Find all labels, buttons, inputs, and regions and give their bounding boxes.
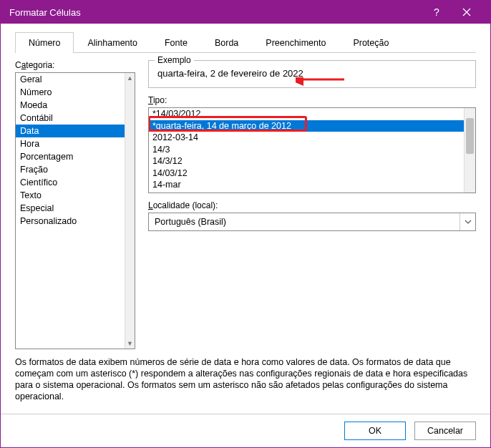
category-item[interactable]: Moeda	[16, 99, 125, 112]
cancel-button[interactable]: Cancelar	[414, 422, 476, 440]
category-column: Categoria: GeralNúmeroMoedaContábilDataH…	[15, 60, 135, 349]
tab-alinhamento[interactable]: Alinhamento	[74, 32, 151, 53]
locale-label: Localidade (local):	[148, 200, 476, 210]
category-item[interactable]: Personalizado	[16, 215, 125, 228]
dialog-content: NúmeroAlinhamentoFonteBordaPreenchimento…	[1, 24, 490, 414]
type-item[interactable]: 14/3/12	[149, 155, 464, 167]
locale-value: Português (Brasil)	[149, 217, 460, 227]
type-label: Tipo:	[148, 95, 476, 105]
tab-número[interactable]: Número	[15, 32, 74, 53]
category-scrollbar[interactable]: ▲ ▼	[125, 73, 135, 349]
chevron-down-icon[interactable]	[460, 213, 475, 230]
category-item[interactable]: Número	[16, 86, 125, 99]
category-item[interactable]: Texto	[16, 189, 125, 202]
category-list[interactable]: GeralNúmeroMoedaContábilDataHoraPorcenta…	[15, 72, 135, 349]
tab-borda[interactable]: Borda	[201, 32, 252, 53]
locale-select[interactable]: Português (Brasil)	[148, 213, 476, 231]
tab-strip: NúmeroAlinhamentoFonteBordaPreenchimento…	[15, 32, 476, 53]
type-item[interactable]: 14/3	[149, 144, 464, 156]
category-item[interactable]: Geral	[16, 73, 125, 86]
titlebar: Formatar Células ?	[1, 1, 490, 24]
close-icon	[462, 8, 471, 16]
category-item[interactable]: Especial	[16, 202, 125, 215]
type-list[interactable]: *14/03/2012*quarta-feira, 14 de março de…	[148, 107, 476, 193]
type-item[interactable]: *14/03/2012	[149, 108, 464, 120]
example-fieldset: Exemplo quarta-feira, 2 de fevereiro de …	[148, 60, 476, 88]
category-label: Categoria:	[15, 60, 135, 70]
example-legend: Exemplo	[155, 55, 194, 65]
tab-proteção[interactable]: Proteção	[339, 32, 402, 53]
description-text: Os formatos de data exibem números de sé…	[15, 356, 476, 402]
type-item[interactable]: *quarta-feira, 14 de março de 2012	[149, 120, 464, 132]
help-button[interactable]: ?	[422, 1, 452, 24]
tab-fonte[interactable]: Fonte	[151, 32, 201, 53]
scrollbar-thumb[interactable]	[466, 118, 474, 154]
type-scrollbar[interactable]	[464, 108, 475, 193]
scroll-down-icon[interactable]: ▼	[125, 339, 135, 349]
ok-button[interactable]: OK	[344, 422, 406, 440]
category-item[interactable]: Fração	[16, 163, 125, 176]
window-title: Formatar Células	[9, 7, 422, 18]
format-cells-dialog: Formatar Células ? NúmeroAlinhamentoFont…	[0, 0, 491, 448]
dialog-footer: OK Cancelar	[1, 414, 490, 447]
category-item[interactable]: Porcentagem	[16, 150, 125, 163]
type-item[interactable]: 2012-03-14	[149, 132, 464, 144]
right-column: Exemplo quarta-feira, 2 de fevereiro de …	[148, 60, 476, 349]
category-item[interactable]: Data	[16, 125, 125, 137]
category-item[interactable]: Hora	[16, 137, 125, 150]
scroll-up-icon[interactable]: ▲	[125, 73, 135, 83]
annotation-arrow-icon	[296, 77, 346, 92]
close-button[interactable]	[452, 1, 482, 24]
main-row: Categoria: GeralNúmeroMoedaContábilDataH…	[15, 60, 476, 349]
type-item[interactable]: 14-mar	[149, 179, 464, 191]
category-item[interactable]: Contábil	[16, 112, 125, 125]
tab-preenchimento[interactable]: Preenchimento	[252, 32, 339, 53]
type-item[interactable]: 14/03/12	[149, 167, 464, 180]
example-value: quarta-feira, 2 de fevereiro de 2022	[157, 68, 467, 79]
category-item[interactable]: Científico	[16, 176, 125, 189]
